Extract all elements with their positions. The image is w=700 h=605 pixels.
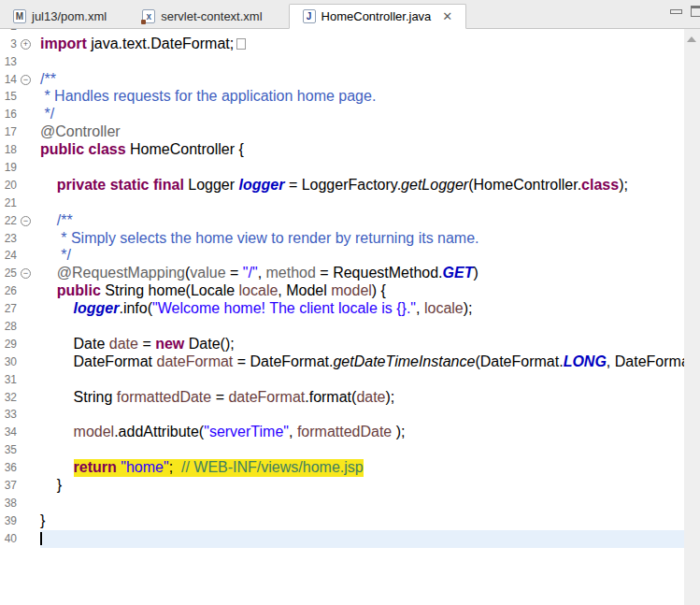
code-text[interactable]: } [40, 512, 700, 530]
code-line[interactable]: 35 [0, 441, 700, 459]
code-text[interactable]: /** [40, 71, 700, 89]
code-line[interactable]: 24 */ [0, 247, 700, 265]
code-token: new [155, 336, 184, 352]
code-line[interactable]: 34 model.addAttribute("serverTime", form… [0, 424, 700, 441]
line-number: 15 [0, 88, 17, 106]
code-token: locale [424, 300, 464, 316]
code-text[interactable]: * Handles requests for the application h… [40, 88, 700, 106]
code-line[interactable]: 13 [0, 53, 700, 71]
code-text[interactable]: private static final Logger logger = Log… [40, 177, 700, 194]
code-text[interactable]: import java.text.DateFormat; [40, 36, 700, 53]
code-text[interactable]: } [40, 477, 700, 495]
line-number: 23 [0, 230, 17, 248]
tab-servlet-context-xml[interactable]: x servlet-context.xml [129, 5, 275, 28]
code-token: String home(Locale [101, 282, 239, 298]
fold-expand-icon[interactable]: + [21, 39, 31, 50]
code-text[interactable] [40, 194, 700, 212]
code-text[interactable] [40, 530, 700, 548]
code-line[interactable]: 23 * Simply selects the home view to ren… [0, 230, 700, 248]
code-line[interactable]: 30 DateFormat dateFormat = DateFormat.ge… [0, 353, 700, 371]
code-text[interactable]: /** [40, 212, 700, 230]
code-token: "Welcome home! The client locale is {}." [152, 300, 416, 316]
code-text[interactable] [40, 371, 700, 389]
tab-pom-xml[interactable]: M jul13/pom.xml [0, 5, 120, 28]
code-text[interactable]: String formattedDate = dateFormat.format… [40, 389, 700, 407]
code-text[interactable]: public String home(Locale locale, Model … [40, 282, 700, 300]
code-line[interactable]: 17@Controller [0, 123, 700, 141]
vertical-scrollbar[interactable] [684, 29, 700, 605]
tab-homecontroller-java[interactable]: J HomeController.java ✕ [289, 4, 467, 29]
code-line[interactable]: 22− /** [0, 212, 700, 230]
code-token: Logger [184, 177, 239, 193]
code-line[interactable]: 21 [0, 194, 700, 212]
code-text[interactable]: */ [40, 106, 700, 123]
maximize-icon[interactable] [691, 6, 700, 17]
code-text[interactable] [40, 318, 700, 336]
code-line[interactable]: 36 return "home"; // WEB-INF/views/home.… [0, 459, 700, 477]
code-line[interactable]: 37 } [0, 477, 700, 495]
close-icon[interactable]: ✕ [442, 10, 452, 22]
code-text[interactable]: model.addAttribute("serverTime", formatt… [40, 424, 700, 441]
code-line[interactable]: 27 logger.info("Welcome home! The client… [0, 300, 700, 318]
code-token: formattedDate [117, 389, 211, 405]
code-line[interactable]: 15 * Handles requests for the applicatio… [0, 88, 700, 106]
code-line[interactable]: 18public class HomeController { [0, 141, 700, 159]
fold-gutter: − [17, 212, 40, 230]
fold-collapse-icon[interactable]: − [21, 268, 31, 279]
fold-gutter [17, 512, 40, 530]
code-line[interactable]: 28 [0, 318, 700, 336]
fold-gutter [17, 123, 40, 141]
java-file-icon: J [303, 9, 316, 23]
code-line[interactable]: 19 [0, 159, 700, 177]
code-text[interactable] [40, 495, 700, 512]
code-line[interactable]: 20 private static final Logger logger = … [0, 177, 700, 194]
code-line[interactable]: 40 [0, 530, 700, 548]
fold-gutter [17, 194, 40, 212]
code-text[interactable]: return "home"; // WEB-INF/views/home.jsp [40, 459, 700, 477]
fold-collapse-icon[interactable]: − [21, 75, 31, 85]
code-text[interactable]: logger.info("Welcome home! The client lo… [40, 300, 700, 318]
code-line[interactable]: 38 [0, 495, 700, 512]
code-token: */ [40, 106, 54, 122]
code-text[interactable] [40, 441, 700, 459]
code-text[interactable]: public class HomeController { [40, 141, 700, 159]
code-line[interactable]: 3+import java.text.DateFormat; [0, 36, 700, 53]
line-number: 17 [0, 123, 17, 141]
code-token: logger [74, 300, 120, 316]
code-token: (DateFormat. [475, 353, 563, 369]
code-text[interactable] [40, 159, 700, 177]
code-text[interactable]: @RequestMapping(value = "/", method = Re… [40, 265, 700, 282]
code-token: .addAttribute( [114, 424, 204, 439]
code-line[interactable]: 31 [0, 371, 700, 389]
code-text[interactable]: DateFormat dateFormat = DateFormat.getDa… [40, 353, 700, 371]
fold-collapse-icon[interactable]: − [21, 216, 31, 226]
code-text[interactable]: @Controller [40, 123, 700, 141]
code-token: @Controller [40, 123, 121, 139]
view-controls [670, 6, 700, 17]
code-text[interactable]: Date date = new Date(); [40, 336, 700, 353]
code-text[interactable]: */ [40, 247, 700, 265]
fold-gutter [17, 230, 40, 248]
code-token: method [266, 265, 316, 281]
code-text[interactable] [40, 53, 700, 71]
code-token: ) { [372, 282, 386, 298]
minimize-icon[interactable] [670, 9, 682, 14]
fold-gutter [17, 336, 40, 353]
code-line[interactable]: 39} [0, 512, 700, 530]
code-line[interactable]: 29 Date date = new Date(); [0, 336, 700, 353]
code-line[interactable]: 14−/** [0, 71, 700, 89]
xml-file-icon: x [142, 9, 155, 23]
fold-gutter [17, 530, 40, 548]
code-line[interactable]: 32 String formattedDate = dateFormat.for… [0, 389, 700, 407]
code-line[interactable]: 26 public String home(Locale locale, Mod… [0, 282, 700, 300]
fold-gutter: − [17, 265, 40, 282]
fold-gutter [17, 371, 40, 389]
code-text[interactable]: * Simply selects the home view to render… [40, 230, 700, 248]
code-line[interactable]: 25− @RequestMapping(value = "/", method … [0, 265, 700, 282]
scroll-up-icon[interactable] [687, 36, 696, 42]
code-line[interactable]: 16 */ [0, 106, 700, 123]
code-text[interactable] [40, 406, 700, 424]
code-line[interactable]: 33 [0, 406, 700, 424]
tab-label: jul13/pom.xml [32, 9, 107, 23]
code-editor[interactable]: 1package com.phyho.web;23+import java.te… [0, 0, 700, 548]
